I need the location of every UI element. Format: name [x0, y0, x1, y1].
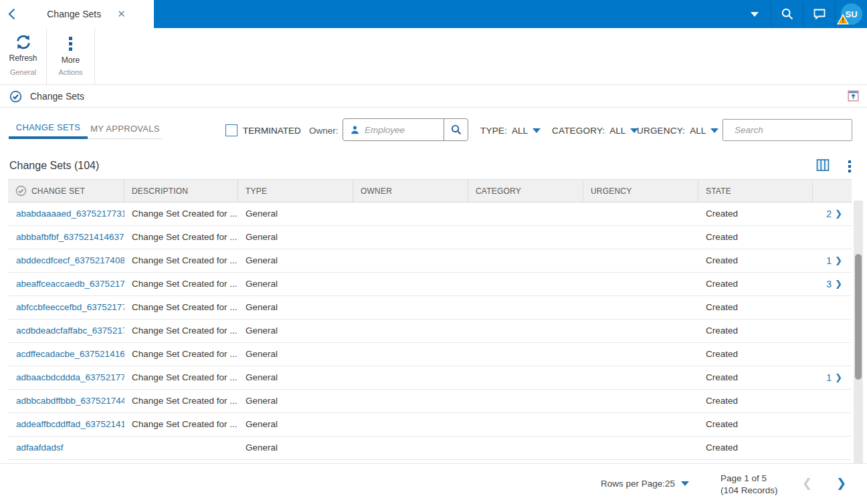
type-cell: General [238, 249, 353, 272]
owner-cell [353, 249, 468, 272]
ribbon-group-general: Refresh General [0, 28, 47, 84]
state-cell: Created [698, 413, 813, 436]
topbar-search-button[interactable] [771, 0, 803, 28]
owner-lookup-button[interactable] [444, 119, 468, 140]
type-cell: General [238, 390, 353, 412]
open-window-icon[interactable] [848, 90, 859, 104]
change-set-link[interactable]: abbbafbfbf_637521414637 [8, 226, 124, 249]
back-button[interactable] [0, 0, 23, 28]
description-cell: Change Set Created for ... [124, 390, 238, 412]
table-row[interactable]: abbbafbfbf_637521414637 Change Set Creat… [8, 226, 852, 249]
category-cell [468, 296, 583, 319]
close-tab-icon[interactable] [113, 7, 130, 21]
state-cell: Created [698, 249, 813, 272]
document-tab-title: Change Sets [47, 9, 101, 19]
description-cell: Change Set Created for ... [124, 226, 238, 249]
change-set-link[interactable]: adbaacbdcddda_63752177 [8, 366, 124, 389]
category-cell [468, 249, 583, 272]
scrollbar-thumb[interactable] [855, 254, 862, 380]
table-body: ababdaaaaed_6375217731 Change Set Create… [8, 203, 852, 460]
category-cell [468, 413, 583, 436]
category-filter-dropdown[interactable]: CATEGORY: ALL [552, 126, 638, 136]
drilldown-cell[interactable]: 1 [813, 249, 852, 272]
state-cell: Created [698, 203, 813, 225]
type-filter-dropdown[interactable]: TYPE: ALL [480, 126, 541, 136]
change-set-link[interactable]: acdffecadacbe_637521416 [8, 343, 124, 366]
table-row[interactable]: acdffecadacbe_637521416 Change Set Creat… [8, 343, 852, 366]
columns-button[interactable] [816, 158, 830, 174]
drilldown-cell[interactable]: 1 [813, 366, 852, 389]
urgency-cell [583, 273, 698, 295]
type-cell: General [238, 343, 353, 366]
rows-per-page-dropdown[interactable]: Rows per Page:25 [601, 479, 689, 489]
terminated-checkbox[interactable] [225, 124, 237, 136]
urgency-filter-dropdown[interactable]: URGENCY: ALL [637, 126, 718, 136]
previous-page-button[interactable] [802, 476, 812, 491]
table-row[interactable]: acdbdeadcfaffabc_6375217 Change Set Crea… [8, 320, 852, 343]
owner-input-area[interactable] [343, 119, 444, 140]
topbar-dropdown-button[interactable] [739, 0, 771, 28]
document-tab[interactable]: Change Sets [23, 0, 154, 28]
vertical-scrollbar[interactable] [854, 201, 863, 469]
chevron-right-icon [835, 203, 842, 225]
topbar-chat-button[interactable] [803, 0, 835, 28]
table-row[interactable]: abfccbfeeccefbd_63752177 Change Set Crea… [8, 296, 852, 320]
state-cell: Created [698, 296, 813, 319]
refresh-icon [15, 33, 32, 51]
category-cell [468, 320, 583, 342]
table-row[interactable]: abddecdfcecf_6375217408 Change Set Creat… [8, 249, 852, 273]
tab-change-sets[interactable]: CHANGE SETS [9, 118, 88, 139]
change-set-link[interactable]: abeaffceaccaedb_6375217 [8, 273, 124, 295]
table-row[interactable]: adfaafdadsf General Created [8, 436, 852, 460]
owner-input[interactable] [365, 125, 431, 135]
change-set-link[interactable]: abfccbfeeccefbd_63752177 [8, 296, 124, 319]
column-header-urgency[interactable]: URGENCY [583, 180, 698, 202]
table-row[interactable]: ababdaaaaed_6375217731 Change Set Create… [8, 203, 852, 226]
column-header-type[interactable]: TYPE [238, 180, 353, 202]
state-cell: Created [698, 436, 813, 459]
chevron-down-icon [533, 128, 541, 133]
next-page-button[interactable] [836, 476, 846, 491]
table-row[interactable]: abeaffceaccaedb_6375217 Change Set Creat… [8, 273, 852, 296]
description-cell: Change Set Created for ... [124, 273, 238, 295]
change-set-link[interactable]: acdbdeadcfaffabc_6375217 [8, 320, 124, 342]
column-header-category[interactable]: CATEGORY [468, 180, 583, 202]
owner-cell [353, 436, 468, 459]
drilldown-cell[interactable]: 2 [813, 203, 852, 225]
list-more-button[interactable] [848, 158, 851, 174]
chevron-down-icon [681, 481, 689, 486]
table-row[interactable]: adbbcabdffbbb_637521744 Change Set Creat… [8, 390, 852, 413]
change-sets-table: CHANGE SET DESCRIPTION TYPE OWNER CATEGO… [8, 179, 852, 460]
owner-cell [353, 296, 468, 319]
change-set-link[interactable]: addeaffbcddffad_63752141 [8, 413, 124, 436]
change-set-link[interactable]: adbbcabdffbbb_637521744 [8, 390, 124, 412]
filter-bar: CHANGE SETS MY APPROVALS TERMINATED Owne… [0, 108, 867, 152]
refresh-button[interactable]: Refresh [9, 33, 37, 67]
list-header: Change Sets (104) [0, 152, 867, 179]
column-header-change-set[interactable]: CHANGE SET [8, 180, 124, 202]
drilldown-cell[interactable]: 3 [813, 273, 852, 295]
table-row[interactable]: addeaffbcddffad_63752141 Change Set Crea… [8, 413, 852, 436]
change-set-link[interactable]: adfaafdadsf [8, 436, 124, 459]
category-filter-label: CATEGORY: [552, 126, 605, 136]
change-set-link[interactable]: ababdaaaaed_6375217731 [8, 203, 124, 225]
search-input[interactable] [735, 125, 854, 135]
table-row[interactable]: adbaacbdcddda_63752177 Change Set Create… [8, 366, 852, 390]
view-tabs: CHANGE SETS MY APPROVALS [9, 118, 163, 139]
category-cell [468, 273, 583, 295]
category-cell [468, 203, 583, 225]
topbar-user-menu[interactable]: SU [835, 0, 867, 28]
section-header: Change Sets [0, 86, 867, 108]
column-header-description[interactable]: DESCRIPTION [124, 180, 238, 202]
person-icon [350, 125, 360, 135]
column-header-owner[interactable]: OWNER [353, 180, 468, 202]
column-header-state[interactable]: STATE [698, 180, 813, 202]
ribbon-toolbar: Refresh General More Actions [0, 28, 867, 85]
change-set-link[interactable]: abddecdfcecf_6375217408 [8, 249, 124, 272]
warning-badge-icon [837, 14, 849, 27]
category-cell [468, 366, 583, 389]
chevron-down-icon [751, 12, 759, 17]
more-button[interactable]: More [62, 33, 80, 67]
tab-my-approvals[interactable]: MY APPROVALS [88, 118, 163, 139]
description-cell: Change Set Created for ... [124, 249, 238, 272]
